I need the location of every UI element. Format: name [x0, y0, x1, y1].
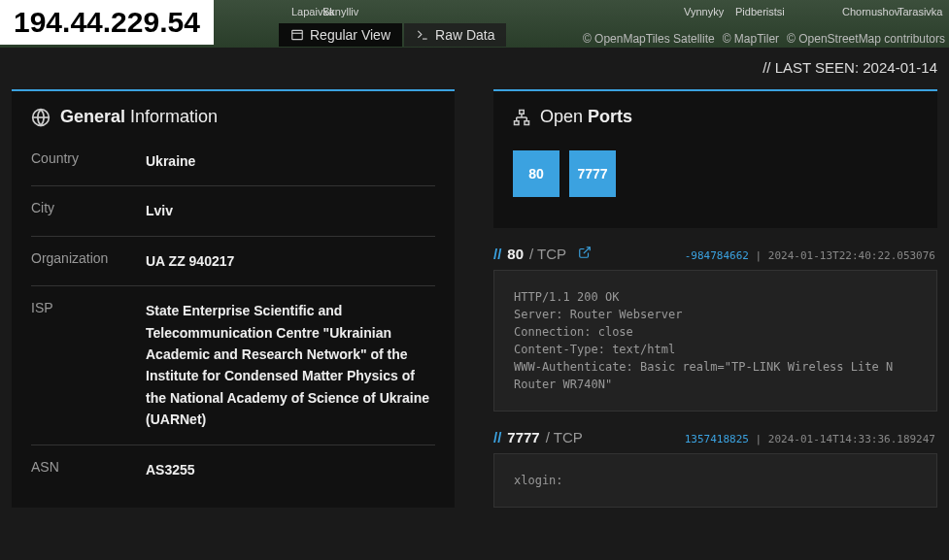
- svg-rect-7: [525, 120, 529, 124]
- info-key: City: [31, 200, 146, 221]
- card-title-light: Open: [540, 107, 583, 126]
- service-block-7777: //7777/ TCP1357418825 | 2024-01-14T14:33…: [493, 429, 937, 508]
- info-key: ASN: [31, 459, 146, 480]
- service-block-80: //80/ TCP-984784662 | 2024-01-13T22:40:2…: [493, 246, 937, 412]
- service-meta: 1357418825 | 2024-01-14T14:33:36.189247: [685, 433, 935, 445]
- map-city-label: Chornushovi: [842, 6, 902, 17]
- card-title-bold: Ports: [588, 107, 632, 126]
- service-hash[interactable]: -984784662: [685, 249, 749, 262]
- service-header: //7777/ TCP1357418825 | 2024-01-14T14:33…: [493, 429, 937, 453]
- service-header: //80/ TCP-984784662 | 2024-01-13T22:40:2…: [493, 246, 937, 270]
- info-row: CityLviv: [31, 186, 435, 236]
- slashes: //: [493, 246, 501, 262]
- window-icon: [290, 28, 304, 42]
- service-port: 7777: [507, 429, 539, 445]
- slashes: //: [493, 429, 501, 445]
- external-link-icon[interactable]: [578, 246, 592, 259]
- info-value: State Enterprise Scientific and Telecomm…: [146, 300, 435, 430]
- info-row: ISPState Enterprise Scientific and Telec…: [31, 286, 435, 445]
- card-title-rest: Information: [130, 107, 218, 126]
- service-hash[interactable]: 1357418825: [685, 433, 749, 445]
- info-key: Organization: [31, 250, 146, 272]
- info-row: CountryUkraine: [31, 137, 435, 186]
- last-seen: // LAST SEEN: 2024-01-14: [0, 48, 949, 76]
- card-header: General Information: [12, 91, 455, 137]
- info-key: ISP: [31, 300, 146, 430]
- sitemap-icon: [513, 109, 530, 126]
- attrib-text[interactable]: © OpenStreetMap contributors: [787, 32, 945, 46]
- info-value: AS3255: [146, 459, 435, 480]
- ip-address-badge: 194.44.229.54: [0, 0, 214, 45]
- service-protocol: / TCP: [546, 429, 583, 445]
- card-title-bold: General: [60, 107, 125, 126]
- svg-rect-6: [515, 120, 520, 124]
- general-information-card: General Information CountryUkraineCityLv…: [12, 89, 455, 508]
- map-header: 194.44.229.54 Regular View Raw Data Lapa…: [0, 0, 949, 48]
- map-attribution: © OpenMapTiles Satellite © MapTiler © Op…: [583, 32, 945, 46]
- info-key: Country: [31, 150, 146, 172]
- tab-label: Regular View: [310, 27, 390, 43]
- info-value: Lviv: [146, 200, 435, 221]
- tab-regular-view[interactable]: Regular View: [279, 23, 402, 47]
- service-port: 80: [507, 246, 524, 262]
- info-value: Ukraine: [146, 150, 435, 172]
- tab-raw-data[interactable]: Raw Data: [404, 23, 506, 47]
- svg-rect-0: [292, 30, 303, 39]
- card-header: Open Ports: [493, 91, 937, 137]
- port-badges: 807777: [493, 137, 937, 228]
- info-value: UA ZZ 940217: [146, 250, 435, 272]
- globe-icon: [31, 108, 51, 127]
- service-protocol: / TCP: [529, 246, 566, 262]
- port-badge-80[interactable]: 80: [513, 150, 559, 197]
- info-row: OrganizationUA ZZ 940217: [31, 237, 435, 286]
- service-body: xlogin:: [493, 453, 937, 508]
- view-tabs: Regular View Raw Data: [279, 23, 506, 47]
- info-row: ASNAS3255: [31, 445, 435, 494]
- map-city-label: Pidberistsi: [735, 6, 785, 17]
- map-city-label: Sknylliv: [322, 6, 358, 17]
- service-body: HTTP/1.1 200 OK Server: Router Webserver…: [493, 270, 937, 412]
- map-city-label: Tarasivka: [898, 6, 942, 17]
- terminal-icon: [416, 28, 429, 42]
- general-info-body: CountryUkraineCityLvivOrganizationUA ZZ …: [12, 137, 455, 508]
- open-ports-card: Open Ports 807777: [493, 89, 937, 228]
- map-city-label: Vynnyky: [684, 6, 724, 17]
- service-meta: -984784662 | 2024-01-13T22:40:22.053076: [685, 249, 935, 262]
- attrib-text[interactable]: © OpenMapTiles Satellite: [583, 32, 715, 46]
- svg-line-12: [584, 247, 590, 253]
- svg-rect-5: [520, 110, 525, 114]
- tab-label: Raw Data: [435, 27, 494, 43]
- port-badge-7777[interactable]: 7777: [569, 150, 616, 197]
- attrib-text[interactable]: © MapTiler: [723, 32, 779, 46]
